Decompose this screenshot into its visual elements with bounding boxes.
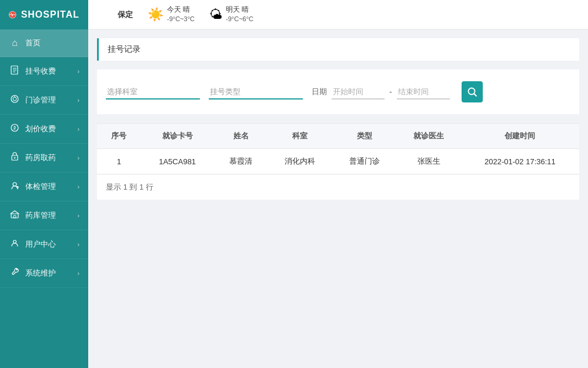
warehouse-icon — [9, 210, 21, 221]
pharmacy-icon — [9, 152, 21, 164]
today-label: 今天 晴 — [167, 5, 195, 15]
arrow-icon-7: › — [78, 241, 79, 248]
content-area: 挂号记录 日期 - 序号 — [88, 29, 588, 368]
svg-point-6 — [13, 97, 16, 101]
sidebar-label-user: 用户中心 — [25, 239, 73, 250]
table-cell: 普通门诊 — [332, 149, 396, 174]
col-type: 类型 — [332, 124, 396, 149]
svg-rect-16 — [14, 216, 16, 218]
checkup-icon — [9, 181, 21, 193]
sidebar-item-pricing[interactable]: 划价收费 › — [0, 115, 88, 144]
search-icon — [467, 87, 477, 97]
sidebar-item-checkup[interactable]: 体检管理 › — [0, 173, 88, 201]
sidebar-label-home: 首页 — [25, 38, 79, 48]
records-table: 序号 就诊卡号 姓名 科室 类型 就诊医生 创建时间 11A5CA981慕霞清消… — [97, 123, 579, 174]
logo-area: SHOSPITAL — [0, 0, 88, 29]
start-date-input[interactable] — [332, 85, 385, 100]
sidebar-label-outpatient: 门诊管理 — [25, 95, 73, 105]
date-section: 日期 - — [312, 85, 450, 100]
sidebar-item-warehouse[interactable]: 药库管理 › — [0, 201, 88, 230]
sidebar: ⌂ 首页 挂号收费 › 门诊管理 › 划价收费 › — [0, 29, 88, 368]
arrow-icon-8: › — [78, 270, 79, 277]
sidebar-label-warehouse: 药库管理 — [25, 210, 73, 221]
table-row: 11A5CA981慕霞清消化内科普通门诊张医生2022-01-02 17:36:… — [97, 149, 579, 174]
maintenance-icon — [9, 267, 21, 279]
table-cell: 消化内科 — [268, 149, 332, 174]
sidebar-label-checkup: 体检管理 — [25, 181, 73, 192]
sidebar-item-maintenance[interactable]: 系统维护 › — [0, 259, 88, 288]
arrow-icon-5: › — [78, 184, 79, 190]
svg-point-17 — [14, 240, 16, 243]
table-body: 11A5CA981慕霞清消化内科普通门诊张医生2022-01-02 17:36:… — [97, 149, 579, 174]
tomorrow-weather: 🌤 明天 晴 -9°C~6°C — [209, 5, 253, 24]
tomorrow-label: 明天 晴 — [226, 5, 253, 15]
home-icon: ⌂ — [9, 38, 21, 48]
sidebar-label-pricing: 划价收费 — [25, 124, 73, 134]
registration-icon — [9, 65, 21, 77]
arrow-icon-4: › — [78, 155, 79, 161]
table-cell: 慕霞清 — [214, 149, 268, 174]
svg-line-19 — [474, 94, 476, 97]
sidebar-item-outpatient[interactable]: 门诊管理 › — [0, 86, 88, 115]
sidebar-label-registration: 挂号收费 — [25, 66, 73, 77]
sidebar-label-pharmacy: 药房取药 — [25, 152, 73, 163]
col-index: 序号 — [97, 124, 141, 149]
department-filter[interactable] — [106, 85, 200, 100]
col-dept: 科室 — [268, 124, 332, 149]
svg-point-12 — [13, 183, 16, 186]
type-filter[interactable] — [209, 85, 303, 100]
arrow-icon-2: › — [78, 97, 79, 104]
records-table-container: 序号 就诊卡号 姓名 科室 类型 就诊医生 创建时间 11A5CA981慕霞清消… — [97, 123, 579, 200]
svg-point-8 — [11, 124, 18, 131]
today-weather: ☀️ 今天 晴 -9°C~3°C — [148, 5, 195, 24]
tomorrow-temp: -9°C~6°C — [226, 15, 253, 24]
arrow-icon-3: › — [78, 126, 79, 132]
date-separator: - — [389, 87, 392, 97]
pricing-icon — [9, 123, 21, 135]
page-title: 挂号记录 — [97, 38, 579, 61]
table-cell: 2022-01-02 17:36:11 — [461, 149, 579, 174]
end-date-input[interactable] — [397, 85, 450, 100]
arrow-icon-1: › — [78, 68, 79, 75]
col-created: 创建时间 — [461, 124, 579, 149]
table-cell: 1A5CA981 — [141, 149, 214, 174]
top-header: SHOSPITAL 保定 ☀️ 今天 晴 -9°C~3°C 🌤 明天 晴 -9°… — [0, 0, 588, 29]
main-layout: ⌂ 首页 挂号收费 › 门诊管理 › 划价收费 › — [0, 29, 588, 368]
outpatient-icon — [9, 94, 21, 106]
city-name: 保定 — [118, 9, 133, 20]
logo-text: SHOSPITAL — [21, 9, 79, 20]
sidebar-label-maintenance: 系统维护 — [25, 268, 73, 279]
table-header-row: 序号 就诊卡号 姓名 科室 类型 就诊医生 创建时间 — [97, 124, 579, 149]
table-cell: 1 — [97, 149, 141, 174]
sidebar-item-registration[interactable]: 挂号收费 › — [0, 57, 88, 86]
arrow-icon-6: › — [78, 213, 79, 219]
today-weather-icon: ☀️ — [148, 7, 163, 22]
table-cell: 张医生 — [396, 149, 460, 174]
search-button[interactable] — [462, 81, 483, 102]
user-icon — [9, 238, 21, 250]
logo-icon — [9, 6, 16, 23]
weather-section: 保定 ☀️ 今天 晴 -9°C~3°C 🌤 明天 晴 -9°C~6°C — [118, 5, 253, 24]
pagination-info: 显示 1 到 1 行 — [97, 174, 579, 200]
col-doctor: 就诊医生 — [396, 124, 460, 149]
col-name: 姓名 — [214, 124, 268, 149]
col-card: 就诊卡号 — [141, 124, 214, 149]
tomorrow-weather-icon: 🌤 — [209, 7, 222, 22]
sidebar-item-home[interactable]: ⌂ 首页 — [0, 29, 88, 57]
sidebar-item-pharmacy[interactable]: 药房取药 › — [0, 144, 88, 173]
filter-section: 日期 - — [97, 69, 579, 114]
date-label: 日期 — [312, 87, 327, 97]
today-temp: -9°C~3°C — [167, 15, 195, 24]
sidebar-item-user[interactable]: 用户中心 › — [0, 230, 88, 259]
